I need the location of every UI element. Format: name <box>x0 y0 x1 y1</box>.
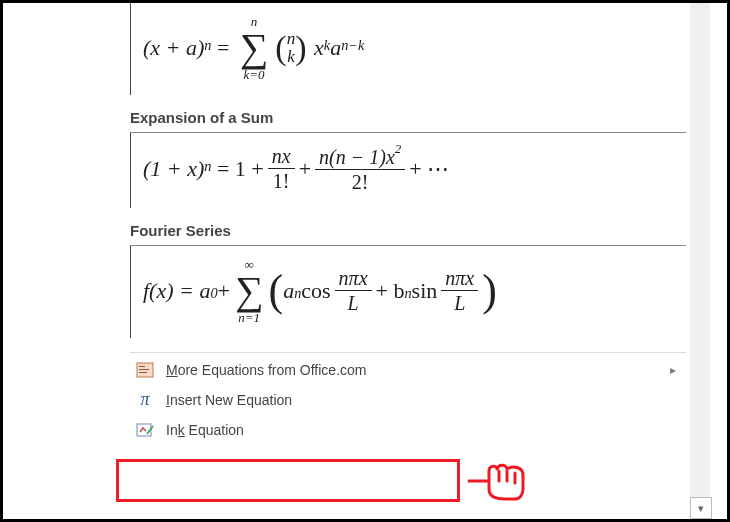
heading-fourier: Fourier Series <box>130 222 686 239</box>
heading-expansion: Expansion of a Sum <box>130 109 686 126</box>
submenu-arrow-icon: ▸ <box>670 363 676 377</box>
annotation-pointing-hand-icon <box>463 459 525 501</box>
office-icon <box>134 360 156 380</box>
binomial-lhs-exp: n <box>204 37 211 54</box>
menu-label: More Equations from Office.com <box>166 362 367 378</box>
menu-label: Ink Equation <box>166 422 244 438</box>
ink-equation-icon <box>134 420 156 440</box>
svg-rect-1 <box>139 366 145 367</box>
fraction: nπx L <box>441 267 478 315</box>
binomial-lhs-base: (x + a) <box>143 35 204 61</box>
equation-item-expansion[interactable]: (1 + x)n = 1 + nx 1! + n(n − 1)x2 2! + ⋯ <box>130 132 686 208</box>
gallery-content: (x + a)n = n ∑ k=0 ( n k ) xk an <box>130 3 686 519</box>
pi-icon: π <box>134 390 156 410</box>
fraction: n(n − 1)x2 2! <box>315 145 405 194</box>
equation-item-binomial[interactable]: (x + a)n = n ∑ k=0 ( n k ) xk an <box>130 3 686 95</box>
fraction: nπx L <box>335 267 372 315</box>
sigma-sum-icon: n ∑ k=0 <box>240 15 269 81</box>
scrollbar[interactable]: ▾ <box>690 3 710 519</box>
sigma-sum-icon: ∞ ∑ n=1 <box>235 258 264 324</box>
svg-rect-3 <box>139 372 147 373</box>
menu-more-equations[interactable]: More Equations from Office.com ▸ <box>130 355 686 385</box>
equation-gallery-panel: ▾ (x + a)n = n ∑ k=0 ( n k ) <box>116 3 710 519</box>
menu-insert-new-equation[interactable]: π Insert New Equation <box>130 385 686 415</box>
menu-label: Insert New Equation <box>166 392 292 408</box>
binomial-coeff: ( n k ) <box>275 30 306 66</box>
svg-rect-2 <box>139 369 149 370</box>
fraction: nx 1! <box>268 145 295 193</box>
menu-ink-equation[interactable]: Ink Equation <box>130 415 686 445</box>
scroll-down-button[interactable]: ▾ <box>690 497 712 519</box>
menu-separator <box>130 352 686 353</box>
equation-item-fourier[interactable]: f(x) = a0 + ∞ ∑ n=1 ( an cos nπx L <box>130 245 686 338</box>
